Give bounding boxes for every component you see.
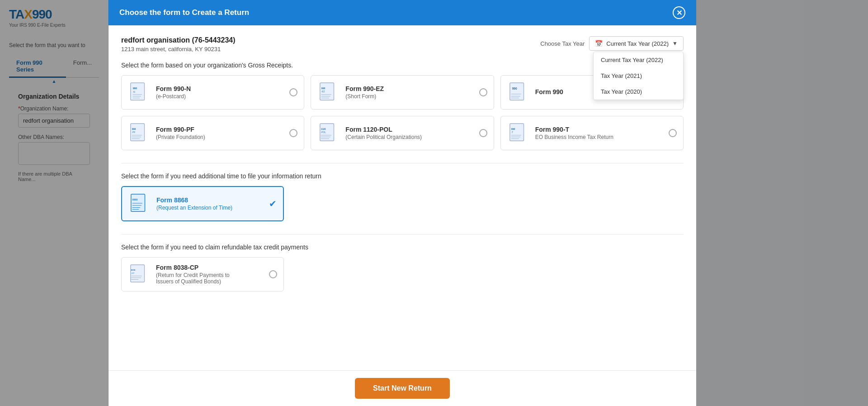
dropdown-option-2020[interactable]: Tax Year (2020) xyxy=(594,84,683,100)
dropdown-option-2021[interactable]: Tax Year (2021) xyxy=(594,68,683,84)
form-990t-icon: 990 -T xyxy=(508,123,529,143)
svg-text:990: 990 xyxy=(511,128,515,130)
form-8868-name: Form 8868 xyxy=(156,196,232,204)
form-8868-desc: (Request an Extension of Time) xyxy=(156,205,232,211)
credit-section: Select the form if you need to claim ref… xyxy=(121,244,684,291)
form-990t-radio[interactable] xyxy=(669,129,677,137)
tax-year-selector: Choose Tax Year 📅 Current Tax Year (2022… xyxy=(540,36,684,51)
form-1120pol-name: Form 1120-POL xyxy=(345,126,422,133)
calendar-icon: 📅 xyxy=(595,40,603,47)
form-8038cp-name: Form 8038-CP xyxy=(156,264,230,271)
form-card-990ez[interactable]: 990 -EZ Form 990-EZ (Short Form) xyxy=(311,75,494,110)
svg-text:8868: 8868 xyxy=(132,198,138,201)
modal-container: Choose the form to Create a Return ✕ red… xyxy=(108,0,696,406)
form-1120pol-text: Form 1120-POL (Certain Political Organiz… xyxy=(345,126,422,140)
form-card-990t[interactable]: 990 -T Form 990-T EO Business Income Tax… xyxy=(500,116,684,150)
tax-year-label: Choose Tax Year xyxy=(540,40,585,47)
form-990pf-desc: (Private Foundation) xyxy=(156,134,205,140)
org-name: redfort organisation (76-5443234) xyxy=(121,36,236,44)
form-8038cp-radio[interactable] xyxy=(269,270,277,278)
form-8038cp-icon: 8038 -CP xyxy=(129,264,150,285)
form-990pf-radio[interactable] xyxy=(289,129,297,137)
svg-text:-CP: -CP xyxy=(131,272,135,274)
form-990ez-text: Form 990-EZ (Short Form) xyxy=(345,85,384,100)
svg-text:-N: -N xyxy=(133,91,136,93)
form-8038cp-desc: (Return for Credit Payments to Issuers o… xyxy=(156,272,230,285)
form-990n-text: Form 990-N (e-Postcard) xyxy=(156,85,191,100)
form-990n-icon: 990 -N xyxy=(129,82,150,103)
dropdown-option-2022[interactable]: Current Tax Year (2022) xyxy=(594,52,683,68)
form-990ez-desc: (Short Form) xyxy=(345,93,384,100)
svg-text:990: 990 xyxy=(133,87,137,90)
form-990pf-name: Form 990-PF xyxy=(156,126,205,133)
tax-year-dropdown-menu: Current Tax Year (2022) Tax Year (2021) … xyxy=(593,52,684,100)
form-1120pol-icon: 1120 -POL xyxy=(318,123,339,143)
form-8868-check-icon: ✔ xyxy=(269,198,277,209)
form-990ez-name: Form 990-EZ xyxy=(345,85,384,92)
svg-text:990: 990 xyxy=(321,87,326,90)
svg-text:990: 990 xyxy=(512,87,517,90)
svg-text:-PF: -PF xyxy=(132,131,136,134)
svg-text:8038: 8038 xyxy=(131,269,136,271)
modal-header: Choose the form to Create a Return ✕ xyxy=(108,0,696,25)
section2-heading: Select the form if you need additional t… xyxy=(121,172,684,180)
form-1120pol-radio[interactable] xyxy=(479,129,487,137)
form-990-icon: 990 xyxy=(508,82,529,103)
divider-2 xyxy=(121,234,684,234)
form-990n-desc: (e-Postcard) xyxy=(156,93,191,100)
form-990ez-radio[interactable] xyxy=(479,88,487,96)
svg-text:-EZ: -EZ xyxy=(321,91,325,93)
form-card-8038cp[interactable]: 8038 -CP Form 8038-CP (Return for Credit… xyxy=(121,257,284,291)
form-card-990pf[interactable]: 990 -PF Form 990-PF (Private Foundation) xyxy=(121,116,304,150)
form-card-990n[interactable]: 990 -N Form 990-N (e-Postcard) xyxy=(121,75,304,110)
credit-forms-row: 8038 -CP Form 8038-CP (Return for Credit… xyxy=(121,257,684,291)
form-card-1120pol[interactable]: 1120 -POL Form 1120-POL (Certain Politic… xyxy=(311,116,494,150)
form-990ez-icon: 990 -EZ xyxy=(318,82,339,103)
svg-text:-POL: -POL xyxy=(321,131,326,134)
form-990pf-icon: 990 -PF xyxy=(129,123,150,143)
form-990-text: Form 990 xyxy=(535,88,563,96)
divider-1 xyxy=(121,163,684,163)
svg-text:-T: -T xyxy=(511,131,513,134)
svg-text:990: 990 xyxy=(132,128,136,130)
section3-heading: Select the form if you need to claim ref… xyxy=(121,244,684,251)
svg-rect-35 xyxy=(131,194,145,211)
extension-forms-row: 8868 Form 8868 (Request an Extension of … xyxy=(121,186,684,221)
dropdown-arrow-icon: ▼ xyxy=(672,40,678,47)
modal-close-button[interactable]: ✕ xyxy=(673,6,685,19)
modal-title: Choose the form to Create a Return xyxy=(119,8,249,17)
extension-section: Select the form if you need additional t… xyxy=(121,172,684,221)
form-1120pol-desc: (Certain Political Organizations) xyxy=(345,134,422,140)
start-new-return-button[interactable]: Start New Return xyxy=(355,378,450,399)
org-info-row: redfort organisation (76-5443234) 1213 m… xyxy=(121,36,684,53)
form-990t-desc: EO Business Income Tax Return xyxy=(535,134,613,140)
modal-footer: Start New Return xyxy=(108,370,696,406)
tax-year-dropdown[interactable]: 📅 Current Tax Year (2022) ▼ xyxy=(589,36,684,51)
form-card-8868[interactable]: 8868 Form 8868 (Request an Extension of … xyxy=(121,186,284,221)
form-990n-radio[interactable] xyxy=(289,88,297,96)
modal-body: redfort organisation (76-5443234) 1213 m… xyxy=(108,25,696,370)
form-990pf-text: Form 990-PF (Private Foundation) xyxy=(156,126,205,140)
form-990t-name: Form 990-T xyxy=(535,126,613,133)
form-990t-text: Form 990-T EO Business Income Tax Return xyxy=(535,126,613,140)
form-8868-icon: 8868 xyxy=(129,193,150,214)
form-8868-text: Form 8868 (Request an Extension of Time) xyxy=(156,196,232,211)
svg-rect-12 xyxy=(509,83,524,100)
form-990-name: Form 990 xyxy=(535,88,563,96)
svg-text:1120: 1120 xyxy=(321,128,326,130)
tax-year-selected-value: Current Tax Year (2022) xyxy=(606,40,669,47)
org-address: 1213 main street, california, KY 90231 xyxy=(121,46,236,53)
org-info: redfort organisation (76-5443234) 1213 m… xyxy=(121,36,236,53)
form-990n-name: Form 990-N xyxy=(156,85,191,92)
form-8038cp-text: Form 8038-CP (Return for Credit Payments… xyxy=(156,264,230,285)
